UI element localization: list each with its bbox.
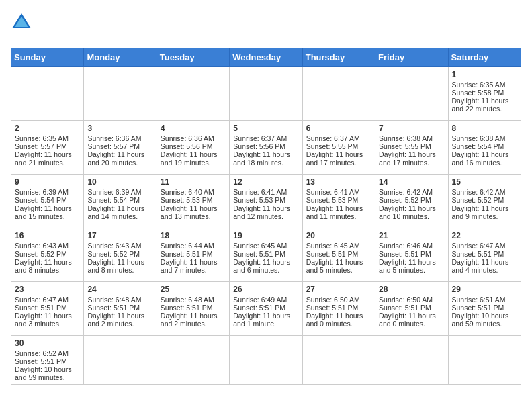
cell-content-line: Sunset: 5:55 PM [379, 142, 444, 150]
cell-content-line: Sunrise: 6:44 AM [161, 242, 226, 250]
calendar-cell: 25Sunrise: 6:48 AMSunset: 5:51 PMDayligh… [157, 282, 229, 336]
day-number: 12 [233, 177, 298, 187]
cell-content-line: Daylight: 11 hours and 22 minutes. [452, 97, 517, 113]
cell-content-line: Sunset: 5:51 PM [233, 304, 298, 312]
calendar-cell: 8Sunrise: 6:38 AMSunset: 5:54 PMDaylight… [448, 121, 521, 175]
calendar-cell [375, 67, 448, 121]
calendar-cell: 7Sunrise: 6:38 AMSunset: 5:55 PMDaylight… [375, 121, 448, 175]
calendar-cell: 30Sunrise: 6:52 AMSunset: 5:51 PMDayligh… [11, 336, 84, 385]
cell-content-line: Sunset: 5:53 PM [306, 196, 371, 204]
calendar-week-row: 1Sunrise: 6:35 AMSunset: 5:58 PMDaylight… [11, 67, 521, 121]
calendar-cell: 12Sunrise: 6:41 AMSunset: 5:53 PMDayligh… [230, 175, 302, 228]
cell-content-line: Daylight: 11 hours and 1 minute. [233, 312, 298, 328]
cell-content-line: Daylight: 11 hours and 15 minutes. [15, 204, 80, 220]
calendar-week-row: 9Sunrise: 6:39 AMSunset: 5:54 PMDaylight… [11, 175, 521, 228]
cell-content-line: Sunset: 5:56 PM [233, 142, 298, 150]
cell-content-line: Sunrise: 6:37 AM [233, 134, 298, 142]
cell-content-line: Daylight: 11 hours and 3 minutes. [15, 312, 80, 328]
cell-content-line: Sunrise: 6:52 AM [15, 349, 80, 357]
cell-content-line: Sunset: 5:58 PM [452, 89, 517, 97]
calendar-cell: 22Sunrise: 6:47 AMSunset: 5:51 PMDayligh… [448, 228, 521, 282]
calendar-cell [302, 336, 375, 385]
day-number: 18 [161, 231, 226, 240]
day-number: 27 [306, 285, 371, 294]
day-number: 28 [379, 285, 444, 294]
weekday-header-friday: Friday [375, 48, 448, 67]
calendar-cell [230, 336, 302, 385]
day-number: 23 [15, 285, 80, 294]
calendar-cell [230, 67, 302, 121]
weekday-header-tuesday: Tuesday [157, 48, 229, 67]
cell-content-line: Daylight: 11 hours and 4 minutes. [452, 258, 517, 274]
calendar-cell: 17Sunrise: 6:43 AMSunset: 5:52 PMDayligh… [84, 228, 157, 282]
cell-content-line: Sunset: 5:54 PM [452, 142, 517, 150]
cell-content-line: Sunset: 5:52 PM [15, 250, 80, 258]
cell-content-line: Sunset: 5:55 PM [306, 142, 371, 150]
cell-content-line: Sunrise: 6:43 AM [87, 242, 152, 250]
calendar-cell [448, 336, 521, 385]
cell-content-line: Sunrise: 6:39 AM [15, 188, 80, 196]
cell-content-line: Daylight: 11 hours and 8 minutes. [15, 258, 80, 274]
calendar-cell: 23Sunrise: 6:47 AMSunset: 5:51 PMDayligh… [11, 282, 84, 336]
cell-content-line: Sunrise: 6:36 AM [87, 134, 152, 142]
calendar-cell: 14Sunrise: 6:42 AMSunset: 5:52 PMDayligh… [375, 175, 448, 228]
cell-content-line: Sunrise: 6:41 AM [306, 188, 371, 196]
day-number: 8 [452, 124, 517, 133]
day-number: 10 [87, 177, 152, 187]
day-number: 15 [452, 177, 517, 187]
weekday-header-row: SundayMondayTuesdayWednesdayThursdayFrid… [11, 48, 521, 67]
calendar-cell: 11Sunrise: 6:40 AMSunset: 5:53 PMDayligh… [157, 175, 229, 228]
cell-content-line: Daylight: 11 hours and 11 minutes. [306, 204, 371, 220]
cell-content-line: Daylight: 11 hours and 19 minutes. [161, 150, 226, 167]
header: General [11, 11, 521, 41]
cell-content-line: Daylight: 11 hours and 18 minutes. [233, 150, 298, 167]
cell-content-line: Sunset: 5:51 PM [161, 250, 226, 258]
weekday-header-thursday: Thursday [302, 48, 375, 67]
day-number: 4 [161, 124, 226, 133]
cell-content-line: Daylight: 11 hours and 10 minutes. [379, 204, 444, 220]
calendar-week-row: 30Sunrise: 6:52 AMSunset: 5:51 PMDayligh… [11, 336, 521, 385]
cell-content-line: Sunrise: 6:46 AM [379, 242, 444, 250]
cell-content-line: Daylight: 11 hours and 5 minutes. [379, 258, 444, 274]
cell-content-line: Daylight: 11 hours and 21 minutes. [15, 150, 80, 167]
cell-content-line: Daylight: 11 hours and 0 minutes. [379, 312, 444, 328]
day-number: 19 [233, 231, 298, 240]
day-number: 5 [233, 124, 298, 133]
cell-content-line: Sunrise: 6:37 AM [306, 134, 371, 142]
day-number: 22 [452, 231, 517, 240]
weekday-header-monday: Monday [84, 48, 157, 67]
calendar-cell [84, 336, 157, 385]
day-number: 3 [87, 124, 152, 133]
cell-content-line: Sunset: 5:53 PM [233, 196, 298, 204]
day-number: 9 [15, 177, 80, 187]
calendar-cell [11, 67, 84, 121]
cell-content-line: Sunrise: 6:36 AM [161, 134, 226, 142]
cell-content-line: Sunrise: 6:42 AM [379, 188, 444, 196]
cell-content-line: Daylight: 11 hours and 7 minutes. [161, 258, 226, 274]
cell-content-line: Sunset: 5:51 PM [306, 250, 371, 258]
calendar-week-row: 23Sunrise: 6:47 AMSunset: 5:51 PMDayligh… [11, 282, 521, 336]
calendar-week-row: 2Sunrise: 6:35 AMSunset: 5:57 PMDaylight… [11, 121, 521, 175]
calendar-cell: 9Sunrise: 6:39 AMSunset: 5:54 PMDaylight… [11, 175, 84, 228]
cell-content-line: Sunset: 5:53 PM [161, 196, 226, 204]
calendar-cell [375, 336, 448, 385]
cell-content-line: Daylight: 11 hours and 13 minutes. [161, 204, 226, 220]
cell-content-line: Sunset: 5:57 PM [15, 142, 80, 150]
cell-content-line: Sunset: 5:51 PM [306, 304, 371, 312]
cell-content-line: Sunrise: 6:42 AM [452, 188, 517, 196]
cell-content-line: Sunrise: 6:38 AM [452, 134, 517, 142]
calendar-header: SundayMondayTuesdayWednesdayThursdayFrid… [11, 48, 521, 67]
cell-content-line: Sunrise: 6:50 AM [379, 295, 444, 304]
calendar-cell: 15Sunrise: 6:42 AMSunset: 5:52 PMDayligh… [448, 175, 521, 228]
day-number: 20 [306, 231, 371, 240]
cell-content-line: Daylight: 10 hours and 59 minutes. [452, 312, 517, 328]
weekday-header-sunday: Sunday [11, 48, 84, 67]
calendar-cell: 24Sunrise: 6:48 AMSunset: 5:51 PMDayligh… [84, 282, 157, 336]
cell-content-line: Sunrise: 6:39 AM [87, 188, 152, 196]
day-number: 14 [379, 177, 444, 187]
day-number: 1 [452, 70, 517, 79]
cell-content-line: Sunset: 5:51 PM [379, 250, 444, 258]
calendar-cell: 20Sunrise: 6:45 AMSunset: 5:51 PMDayligh… [302, 228, 375, 282]
calendar-cell [302, 67, 375, 121]
day-number: 21 [379, 231, 444, 240]
